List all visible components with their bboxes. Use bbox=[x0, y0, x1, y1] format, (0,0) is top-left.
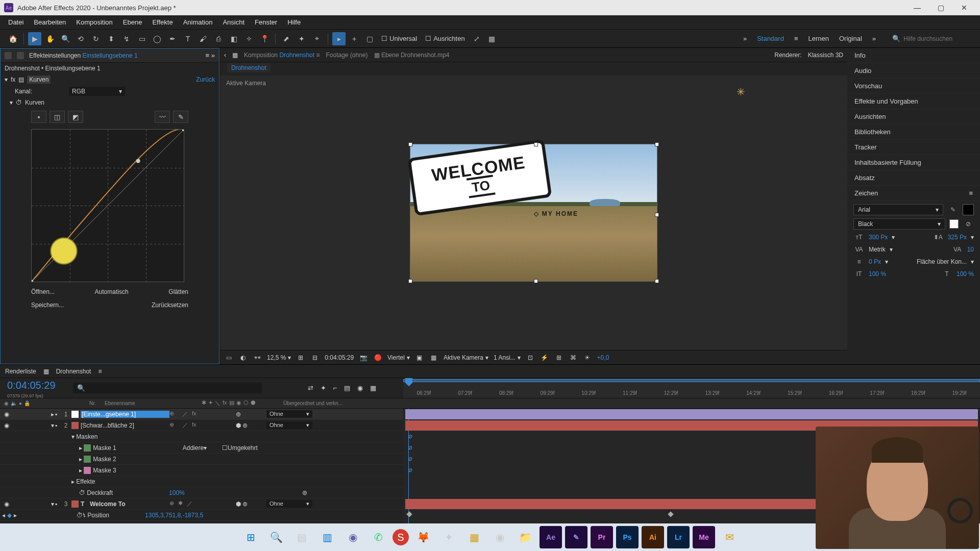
curve-edit-point[interactable] bbox=[50, 237, 78, 265]
shy-icon[interactable]: ⌐ bbox=[333, 384, 337, 392]
puppet-tool[interactable]: 📍 bbox=[258, 32, 271, 45]
curves-reset-button[interactable]: Zurücksetzen bbox=[152, 302, 188, 309]
curves-save-button[interactable]: Speichern... bbox=[31, 302, 64, 309]
parent-dropdown-3[interactable]: Ohne▾ bbox=[266, 500, 312, 508]
visibility-toggle[interactable]: ◉ bbox=[4, 500, 9, 508]
panel-content-fill[interactable]: Inhaltsbasierte Füllung bbox=[847, 155, 980, 170]
3d-layer-icon[interactable]: ⬢ bbox=[236, 500, 241, 508]
selection-tool[interactable]: ▶ bbox=[28, 32, 41, 45]
eyedropper-icon[interactable]: ✎ bbox=[947, 205, 959, 214]
taskbar-whatsapp[interactable]: ✆ bbox=[367, 526, 389, 548]
world-axis[interactable]: ✦ bbox=[295, 32, 308, 45]
orbit-tool[interactable]: ⟲ bbox=[74, 32, 87, 45]
effects-group[interactable]: ▸ Effekte bbox=[0, 476, 403, 487]
layer-twirl[interactable]: ▾ bbox=[51, 422, 54, 429]
panel-bibliotheken[interactable]: Bibliotheken bbox=[847, 124, 980, 140]
layer-row-2[interactable]: ◉ ▾▪ 2 [Schwar...bfläche 2] ⊕／fx ⬢ ⊚ Ohn… bbox=[0, 420, 403, 431]
visibility-toggle[interactable]: ◉ bbox=[4, 411, 9, 418]
panel-menu-icon[interactable] bbox=[5, 52, 12, 59]
tracking-value[interactable]: 10 bbox=[967, 246, 974, 253]
graph-editor-icon[interactable]: ▦ bbox=[370, 384, 376, 392]
menu-komposition[interactable]: Komposition bbox=[71, 16, 118, 28]
mask-2[interactable]: ▸ Maske 2 bbox=[0, 454, 403, 465]
flowchart-icon[interactable]: ⌘ bbox=[569, 354, 578, 362]
snapshot-icon[interactable]: 📷 bbox=[359, 354, 368, 362]
stopwatch-icon[interactable]: ⏱ bbox=[79, 489, 85, 496]
anchor-tool[interactable]: ↯ bbox=[120, 32, 133, 45]
text-tool[interactable]: T bbox=[181, 32, 194, 45]
hand-tool[interactable]: ✋ bbox=[43, 32, 57, 45]
fx-enable-icon[interactable]: fx bbox=[11, 76, 15, 83]
workspace-lernen[interactable]: Lernen bbox=[808, 35, 828, 42]
effect-name[interactable]: Kurven bbox=[27, 76, 51, 84]
position-row[interactable]: ◂◆▸ ⏱↯ Position 1305,3,751,8,-1873,5 bbox=[0, 510, 403, 521]
taskbar-pr[interactable]: Pr bbox=[591, 526, 613, 548]
col-lock-icon[interactable]: 🔒 bbox=[24, 400, 30, 406]
taskbar-obs[interactable]: ◉ bbox=[488, 526, 511, 548]
curve-mode-linear[interactable]: ◫ bbox=[50, 111, 65, 123]
view-dropdown[interactable]: Aktive Kamera ▾ bbox=[444, 354, 488, 361]
layer-twirl[interactable]: ▸ bbox=[51, 411, 54, 418]
mask-mode-icon[interactable]: ▦ bbox=[485, 32, 499, 45]
taskbar-search[interactable]: 🔍 bbox=[265, 526, 287, 548]
curves-open-button[interactable]: Öffnen... bbox=[31, 288, 55, 295]
pen-tool[interactable]: ✒ bbox=[166, 32, 179, 45]
effect-twirl-icon[interactable]: ▾ bbox=[5, 76, 8, 83]
workspace-more[interactable]: » bbox=[872, 35, 876, 42]
align-toggle[interactable]: ☐Ausrichten bbox=[421, 35, 469, 42]
curves-twirl-icon[interactable]: ▾ bbox=[10, 99, 13, 106]
taskbar-teams[interactable]: ◉ bbox=[341, 526, 364, 548]
font-style-dropdown[interactable]: Black▾ bbox=[853, 218, 945, 230]
grid-icon[interactable]: ⊟ bbox=[310, 354, 320, 362]
taskbar-firefox[interactable]: 🦊 bbox=[412, 526, 434, 548]
resolution-dropdown[interactable]: Viertel ▾ bbox=[387, 354, 410, 361]
comp-time[interactable]: 0:04:05:29 bbox=[325, 354, 354, 361]
panel-effekte[interactable]: Effekte und Vorgaben bbox=[847, 94, 980, 109]
curves-auto-button[interactable]: Automatisch bbox=[60, 288, 163, 295]
position-value[interactable]: 1305,3,751,8,-1873,5 bbox=[145, 512, 203, 519]
opacity-value[interactable]: 100% bbox=[169, 489, 185, 496]
parent-dropdown-2[interactable]: Ohne▾ bbox=[266, 421, 312, 429]
taskbar-notes[interactable]: ▦ bbox=[463, 526, 485, 548]
parent-dropdown-1[interactable]: Ohne▾ bbox=[266, 410, 312, 418]
help-search-input[interactable] bbox=[903, 35, 975, 42]
magnify-icon[interactable]: ▭ bbox=[224, 354, 233, 362]
no-color-icon[interactable]: ⊘ bbox=[963, 219, 974, 229]
time-ruler[interactable]: 06:29f 07:29f 08:29f 09:29f 10:29f 11:29… bbox=[403, 378, 980, 398]
transparency-icon[interactable]: ▦ bbox=[429, 354, 438, 362]
alpha-icon[interactable]: ◐ bbox=[238, 354, 248, 362]
menu-fenster[interactable]: Fenster bbox=[250, 16, 282, 28]
panel-close-icon[interactable]: ≡ » bbox=[206, 52, 215, 59]
current-timecode[interactable]: 0:04:05:29 bbox=[0, 378, 63, 393]
kerning-value[interactable]: Metrik bbox=[869, 246, 886, 253]
exposure-value[interactable]: +0,0 bbox=[597, 354, 609, 361]
work-area-bar[interactable] bbox=[403, 379, 980, 382]
curve-mode-bezier[interactable]: ▪ bbox=[31, 111, 46, 123]
3d-layer-icon[interactable]: ⬢ bbox=[236, 422, 241, 429]
comp-nav-back[interactable]: ‹ bbox=[224, 52, 226, 59]
layer-name-1[interactable]: [Einste...gsebene 1] bbox=[81, 411, 169, 418]
panel-menu-icon[interactable]: ≡ bbox=[969, 189, 973, 197]
timeline-icon[interactable]: ⊞ bbox=[554, 354, 564, 362]
parent-pickwhip-icon[interactable]: ⊚ bbox=[236, 411, 241, 418]
menu-effekte[interactable]: Effekte bbox=[147, 16, 178, 28]
taskbar-app-red[interactable]: S bbox=[393, 529, 409, 545]
tab-timeline-lock[interactable]: ▦ bbox=[43, 368, 49, 375]
parent-pickwhip-icon[interactable]: ⊚ bbox=[242, 500, 248, 508]
workspace-original[interactable]: Original bbox=[839, 35, 862, 42]
panel-absatz[interactable]: Absatz bbox=[847, 170, 980, 186]
effect-reset-link[interactable]: Zurück bbox=[196, 76, 215, 83]
video-preview[interactable]: ◇ MY HOME WELCOME TO bbox=[410, 144, 657, 282]
rotate-tool[interactable]: ↻ bbox=[89, 32, 103, 45]
workspace-standard[interactable]: Standard bbox=[757, 35, 784, 42]
next-keyframe-icon[interactable]: ▸ bbox=[14, 512, 17, 519]
maximize-button[interactable]: ▢ bbox=[929, 0, 952, 15]
col-visibility-icon[interactable]: ◉ bbox=[4, 400, 9, 406]
channel-dropdown[interactable]: RGB▾ bbox=[69, 87, 125, 96]
frame-blend-icon[interactable]: ▤ bbox=[344, 384, 350, 392]
keyframe[interactable] bbox=[668, 511, 673, 517]
masks-group[interactable]: ▾ Masken bbox=[0, 431, 403, 442]
font-size-value[interactable]: 300 Px bbox=[869, 234, 888, 241]
panel-lock-icon[interactable] bbox=[17, 52, 24, 59]
add-keyframe-icon[interactable]: ◆ bbox=[7, 512, 12, 519]
